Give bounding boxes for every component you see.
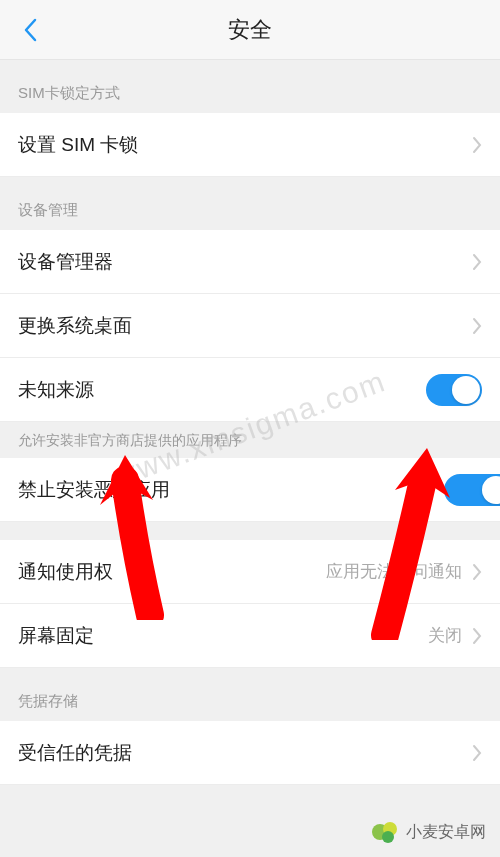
chevron-right-icon <box>472 136 482 154</box>
chevron-right-icon <box>472 744 482 762</box>
row-notification-access[interactable]: 通知使用权 应用无法访问通知 <box>0 540 500 604</box>
row-value: 应用无法访问通知 <box>326 560 462 583</box>
chevron-right-icon <box>472 563 482 581</box>
toggle-unknown-sources[interactable] <box>426 374 482 406</box>
back-button[interactable] <box>18 18 42 42</box>
row-label: 更换系统桌面 <box>18 313 472 339</box>
chevron-right-icon <box>472 317 482 335</box>
chevron-right-icon <box>472 627 482 645</box>
row-label: 设备管理器 <box>18 249 472 275</box>
section-header-credentials: 凭据存储 <box>0 668 500 721</box>
row-change-launcher[interactable]: 更换系统桌面 <box>0 294 500 358</box>
row-label: 设置 SIM 卡锁 <box>18 132 472 158</box>
row-trusted-credentials[interactable]: 受信任的凭据 <box>0 721 500 785</box>
hint-unknown-sources: 允许安装非官方商店提供的应用程序 <box>0 422 500 458</box>
logo-icon <box>370 817 400 847</box>
chevron-right-icon <box>472 253 482 271</box>
row-block-malicious[interactable]: 禁止安装恶意应用 <box>0 458 500 522</box>
row-label: 禁止安装恶意应用 <box>18 477 444 503</box>
row-device-admin[interactable]: 设备管理器 <box>0 230 500 294</box>
row-value: 关闭 <box>428 624 462 647</box>
row-label: 受信任的凭据 <box>18 740 472 766</box>
row-screen-pinning[interactable]: 屏幕固定 关闭 <box>0 604 500 668</box>
svg-point-2 <box>382 831 394 843</box>
page-title: 安全 <box>0 15 500 45</box>
row-label: 未知来源 <box>18 377 426 403</box>
row-label: 屏幕固定 <box>18 623 428 649</box>
row-set-sim-lock[interactable]: 设置 SIM 卡锁 <box>0 113 500 177</box>
toggle-block-malicious[interactable] <box>444 474 500 506</box>
header: 安全 <box>0 0 500 60</box>
watermark-bottom: 小麦安卓网 <box>370 817 486 847</box>
row-label: 通知使用权 <box>18 559 326 585</box>
watermark-text: 小麦安卓网 <box>406 822 486 843</box>
row-unknown-sources[interactable]: 未知来源 <box>0 358 500 422</box>
section-header-device: 设备管理 <box>0 177 500 230</box>
chevron-left-icon <box>23 18 37 42</box>
section-header-sim: SIM卡锁定方式 <box>0 60 500 113</box>
